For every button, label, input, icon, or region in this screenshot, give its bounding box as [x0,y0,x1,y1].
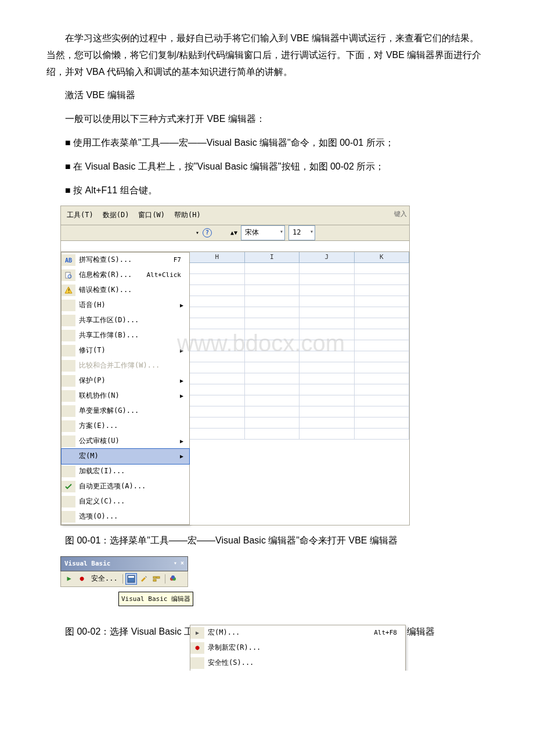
menu-data[interactable]: 数据(D) [98,207,134,224]
sort-icon[interactable]: ▲▼ [230,228,237,238]
grid-cell[interactable] [245,395,300,406]
menu-item[interactable]: 宏(M)▶ [61,448,190,465]
grid-cell[interactable] [355,417,410,428]
grid-cell[interactable] [355,362,410,373]
grid-cell[interactable] [300,307,355,318]
grid-cell[interactable] [300,285,355,296]
grid-cell[interactable] [190,351,245,362]
grid-cell[interactable] [245,429,300,439]
grid-cell[interactable] [245,406,300,417]
grid-cell[interactable] [300,395,355,406]
menu-item[interactable]: 联机协作(N)▶ [62,388,189,404]
help-icon[interactable]: ? [203,228,212,237]
security-button[interactable]: 安全... [89,573,120,585]
grid-cell[interactable] [355,263,410,273]
grid-cell[interactable] [190,296,245,307]
grid-cell[interactable] [245,362,300,373]
menu-item[interactable]: 单变量求解(G)... [62,404,189,419]
grid-cell[interactable] [245,329,300,340]
menu-item[interactable]: 自动更正选项(A)... [62,479,189,494]
submenu-item[interactable]: ▶宏(M)...Alt+F8 [190,625,405,640]
grid-cell[interactable] [355,307,410,318]
menu-item[interactable]: !错误检查(K)... [62,283,189,298]
grid-cell[interactable] [190,329,245,340]
grid-cell[interactable] [300,417,355,428]
menu-item[interactable]: ABC拼写检查(S)...F7 [62,253,189,268]
grid-cell[interactable] [245,263,300,273]
grid-cell[interactable] [245,417,300,428]
script-editor-icon[interactable] [168,573,179,585]
grid-cell[interactable] [300,429,355,439]
run-macro-icon[interactable]: ▶ [63,573,75,585]
grid-cell[interactable] [190,263,245,273]
menu-item[interactable]: 语音(H)▶ [62,298,189,313]
grid-cell[interactable] [190,417,245,428]
grid-cell[interactable] [245,351,300,362]
grid-cell[interactable] [355,395,410,406]
grid-cell[interactable] [300,296,355,307]
record-icon[interactable]: ● [76,573,88,585]
vbe-icon[interactable] [125,573,137,585]
grid-cell[interactable] [300,384,355,395]
grid-cell[interactable] [355,329,410,340]
menu-window[interactable]: 窗口(W) [134,207,169,224]
grid-cell[interactable] [190,429,245,439]
grid-cell[interactable] [245,384,300,395]
grid-cell[interactable] [300,329,355,340]
menu-item[interactable]: 共享工作区(D)... [62,313,189,328]
menu-item[interactable]: 方案(E)... [62,419,189,434]
grid-cell[interactable] [190,362,245,373]
grid-cell[interactable] [300,406,355,417]
grid-cell[interactable] [190,274,245,285]
menu-tools[interactable]: 工具(T) [62,207,98,224]
grid-cell[interactable] [355,351,410,362]
grid-cell[interactable] [190,340,245,351]
grid-cell[interactable] [355,373,410,384]
grid-cell[interactable] [245,340,300,351]
menu-item[interactable]: 比较和合并工作簿(W)... [62,358,189,373]
grid-cell[interactable] [190,307,245,318]
grid-cell[interactable] [300,373,355,384]
design-mode-icon[interactable] [138,573,150,585]
col-i[interactable]: I [245,252,300,262]
submenu-item[interactable]: ●录制新宏(R)... [190,640,405,656]
submenu-item[interactable]: 安全性(S)... [190,656,405,671]
grid-cell[interactable] [355,340,410,351]
col-h[interactable]: H [190,252,245,262]
vb-close-icon[interactable]: ▾ × [174,558,184,570]
grid-cell[interactable] [245,274,300,285]
grid-cell[interactable] [355,318,410,329]
menu-item[interactable]: 保护(P)▶ [62,373,189,388]
grid-cell[interactable] [300,318,355,329]
grid-cell[interactable] [300,263,355,273]
grid-cell[interactable] [190,384,245,395]
col-k[interactable]: K [355,252,410,262]
grid-cell[interactable] [245,296,300,307]
menu-help[interactable]: 帮助(H) [169,207,205,224]
controls-icon[interactable] [151,573,163,585]
grid-cell[interactable] [245,307,300,318]
grid-cell[interactable] [355,384,410,395]
menu-item[interactable]: 加载宏(I)... [62,464,189,479]
grid-cell[interactable] [190,406,245,417]
grid-cell[interactable] [300,340,355,351]
grid-cell[interactable] [245,318,300,329]
menu-item[interactable]: 修订(T)▶ [62,343,189,358]
grid-cell[interactable] [300,274,355,285]
dropdown-icon[interactable]: ▾ [196,228,199,238]
grid-cell[interactable] [245,285,300,296]
col-j[interactable]: J [300,252,355,262]
menu-item[interactable]: 公式审核(U)▶ [62,434,189,449]
grid-cell[interactable] [190,318,245,329]
menu-item[interactable]: 信息检索(R)...Alt+Click [62,268,189,283]
grid-cell[interactable] [355,285,410,296]
menu-item[interactable]: 自定义(C)... [62,494,189,509]
grid-cell[interactable] [190,285,245,296]
grid-cell[interactable] [355,296,410,307]
font-selector[interactable]: 宋体 [241,225,285,240]
grid-cell[interactable] [300,351,355,362]
grid-cell[interactable] [190,395,245,406]
grid-cell[interactable] [245,373,300,384]
menu-item[interactable]: 共享工作簿(B)... [62,328,189,343]
grid-cell[interactable] [190,373,245,384]
